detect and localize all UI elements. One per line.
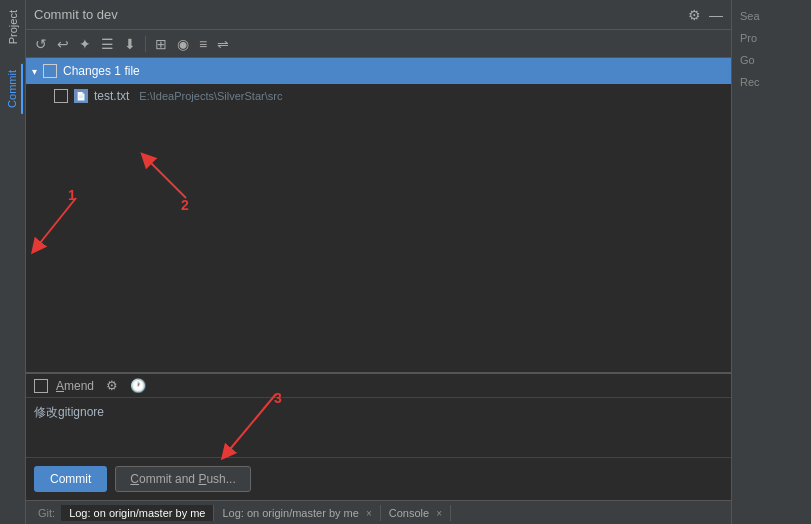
title-bar: Commit to dev ⚙ — bbox=[26, 0, 731, 30]
right-item-pro[interactable]: Pro bbox=[736, 30, 807, 46]
commit-and-push-button[interactable]: Commit and Push... bbox=[115, 466, 250, 492]
changes-header-label: Changes 1 file bbox=[63, 64, 140, 78]
status-tab-console[interactable]: Console × bbox=[381, 505, 451, 521]
status-tab-log2[interactable]: Log: on origin/master by me × bbox=[214, 505, 380, 521]
close-console-icon[interactable]: × bbox=[436, 508, 442, 519]
file-path: E:\IdeaProjects\SilverStar\src bbox=[139, 90, 282, 102]
amend-history-icon[interactable]: 🕐 bbox=[130, 378, 146, 393]
star-button[interactable]: ✦ bbox=[76, 34, 94, 54]
refresh-button[interactable]: ↺ bbox=[32, 34, 50, 54]
right-item-rec[interactable]: Rec bbox=[736, 74, 807, 90]
eye-button[interactable]: ◉ bbox=[174, 34, 192, 54]
git-label: Git: bbox=[32, 505, 61, 521]
changes-checkbox[interactable] bbox=[43, 64, 57, 78]
right-item-go[interactable]: Go bbox=[736, 52, 807, 68]
right-panel: Sea Pro Go Rec bbox=[731, 0, 811, 524]
arrows-button[interactable]: ⇌ bbox=[214, 34, 232, 54]
commit-panel-wrapper: ▾ Changes 1 file 📄 test.txt E:\IdeaProje… bbox=[26, 58, 731, 524]
commit-message-input[interactable]: 修改gitignore bbox=[26, 398, 731, 458]
changes-section: ▾ Changes 1 file 📄 test.txt E:\IdeaProje… bbox=[26, 58, 731, 373]
expand-icon[interactable]: ▾ bbox=[32, 66, 37, 77]
amend-checkbox[interactable] bbox=[34, 379, 48, 393]
bottom-area: Amend ⚙ 🕐 修改gitignore Commit Commit and … bbox=[26, 373, 731, 500]
rollback-button[interactable]: ↩ bbox=[54, 34, 72, 54]
status-tab-log1[interactable]: Log: on origin/master by me bbox=[61, 505, 214, 521]
changes-header[interactable]: ▾ Changes 1 file bbox=[26, 58, 731, 84]
settings-icon[interactable]: ⚙ bbox=[688, 7, 701, 23]
right-item-sea[interactable]: Sea bbox=[736, 8, 807, 24]
commit-button[interactable]: Commit bbox=[34, 466, 107, 492]
file-item[interactable]: 📄 test.txt E:\IdeaProjects\SilverStar\sr… bbox=[26, 84, 731, 108]
toolbar: ↺ ↩ ✦ ☰ ⬇ ⊞ ◉ ≡ ⇌ bbox=[26, 30, 731, 58]
window-title: Commit to dev bbox=[34, 7, 118, 22]
menu-button[interactable]: ≡ bbox=[196, 34, 210, 54]
status-bar: Git: Log: on origin/master by me Log: on… bbox=[26, 500, 731, 524]
file-icon: 📄 bbox=[74, 89, 88, 103]
toolbar-separator bbox=[145, 36, 146, 52]
title-icons: ⚙ — bbox=[688, 7, 723, 23]
file-name: test.txt bbox=[94, 89, 129, 103]
amend-row: Amend ⚙ 🕐 bbox=[26, 374, 731, 398]
grid-button[interactable]: ⊞ bbox=[152, 34, 170, 54]
buttons-row: Commit Commit and Push... 3 bbox=[26, 458, 731, 500]
left-sidebar: Project Commit bbox=[0, 0, 25, 524]
minimize-icon[interactable]: — bbox=[709, 7, 723, 23]
file-checkbox[interactable] bbox=[54, 89, 68, 103]
amend-label: Amend bbox=[56, 379, 94, 393]
sidebar-tab-project[interactable]: Project bbox=[4, 4, 22, 50]
close-log2-icon[interactable]: × bbox=[366, 508, 372, 519]
main-panel: Commit to dev ⚙ — ↺ ↩ ✦ ☰ ⬇ ⊞ ◉ ≡ ⇌ ▾ Ch… bbox=[25, 0, 731, 524]
list-button[interactable]: ☰ bbox=[98, 34, 117, 54]
sidebar-tab-commit[interactable]: Commit bbox=[3, 64, 23, 114]
amend-settings-icon[interactable]: ⚙ bbox=[106, 378, 118, 393]
download-button[interactable]: ⬇ bbox=[121, 34, 139, 54]
